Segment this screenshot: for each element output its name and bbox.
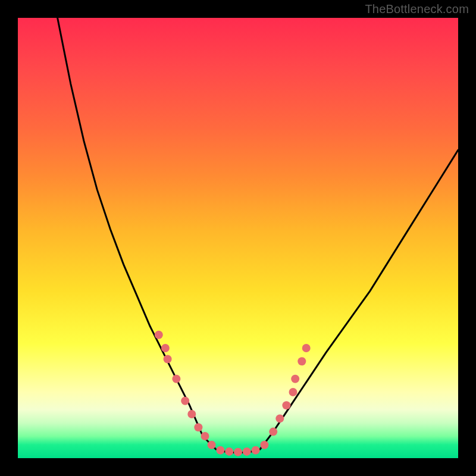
marker-dot [282,401,290,409]
chart-frame: TheBottleneck.com [0,0,476,476]
marker-dot [260,441,268,449]
marker-dot [216,446,224,455]
marker-dot [181,397,189,405]
curve-lines [58,18,458,452]
chart-svg [18,18,458,458]
marker-dot [164,355,172,364]
marker-dot [155,331,163,339]
marker-dot [291,375,299,383]
marker-dot [161,344,170,352]
marker-dot [225,447,233,456]
marker-dot [234,448,242,456]
curve-markers [155,331,311,456]
marker-dot [302,344,311,352]
marker-dot [252,446,260,455]
marker-dot [172,375,180,383]
marker-dot [298,357,306,365]
marker-dot [201,432,209,440]
marker-dot [275,414,284,422]
marker-dot [243,447,251,456]
bottleneck-curve [58,18,458,452]
marker-dot [289,388,298,396]
marker-dot [194,423,202,431]
marker-dot [269,428,277,436]
plot-area [18,18,458,458]
watermark-text: TheBottleneck.com [365,2,469,16]
marker-dot [208,441,216,449]
marker-dot [187,410,196,418]
